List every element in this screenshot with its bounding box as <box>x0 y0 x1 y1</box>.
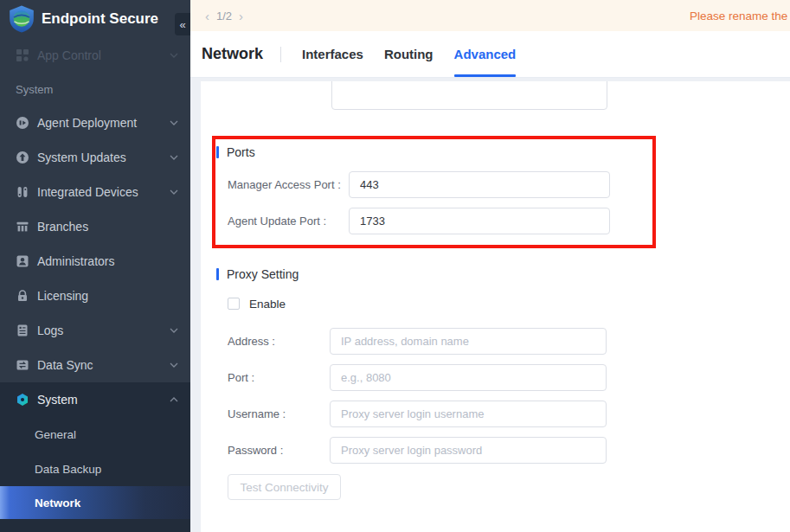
sidebar-item-integrated-devices[interactable]: Integrated Devices <box>0 175 190 209</box>
logs-icon <box>16 324 29 337</box>
sidebar-item-logs[interactable]: Logs <box>0 313 190 348</box>
proxy-enable-label: Enable <box>249 298 286 311</box>
sidebar-item-label: Agent Deployment <box>37 116 137 130</box>
pagination-label: 1/2 <box>216 10 232 22</box>
tab-routing[interactable]: Routing <box>384 31 434 77</box>
chevron-down-icon <box>170 328 178 333</box>
tab-bar: Network Interfaces Routing Advanced <box>190 31 790 78</box>
sidebar-item-label: System <box>37 393 78 407</box>
sidebar-group-system: System General Data Backup Network <box>0 382 190 532</box>
sidebar-item-label: Licensing <box>37 289 88 303</box>
sidebar-item-agent-deployment[interactable]: Agent Deployment <box>0 106 190 140</box>
app-control-icon <box>16 48 29 62</box>
banner-warning-text: Please rename the d <box>690 10 790 22</box>
lock-icon <box>16 289 29 303</box>
section-accent-bar <box>216 146 219 158</box>
page-title: Network <box>202 45 263 63</box>
branches-icon <box>16 220 29 234</box>
notification-banner: ‹ 1/2 › Please rename the d <box>190 0 790 31</box>
administrators-icon <box>16 254 29 268</box>
proxy-username-label: Username : <box>228 401 286 427</box>
sidebar-subitem-data-backup[interactable]: Data Backup <box>0 452 190 486</box>
sidebar-item-data-sync[interactable]: Data Sync <box>0 348 190 382</box>
proxy-password-input[interactable] <box>330 437 607 464</box>
ports-section-heading: Ports <box>216 145 255 159</box>
proxy-password-label: Password : <box>228 437 283 464</box>
chevron-down-icon <box>170 362 178 368</box>
chevron-down-icon <box>170 120 178 125</box>
agent-update-port-input[interactable] <box>349 208 610 234</box>
sidebar-section-label: System <box>0 73 190 106</box>
sidebar-collapse-button[interactable]: « <box>175 13 190 35</box>
manager-access-port-input[interactable] <box>349 171 610 198</box>
sidebar-item-system[interactable]: System <box>0 382 190 417</box>
sidebar: Endpoint Secure « App Control System Age… <box>0 0 190 532</box>
title-divider <box>280 47 281 62</box>
chevron-up-icon <box>170 397 178 402</box>
agent-deployment-icon <box>16 116 29 130</box>
section-accent-bar <box>216 268 219 280</box>
proxy-port-label: Port : <box>228 364 254 391</box>
sidebar-item-label: Administrators <box>37 254 114 268</box>
proxy-address-label: Address : <box>228 328 275 355</box>
system-icon <box>16 393 29 407</box>
sidebar-item-label: App Control <box>37 48 101 62</box>
chevron-down-icon <box>170 189 178 195</box>
section-title: Proxy Setting <box>227 267 299 281</box>
test-connectivity-button[interactable]: Test Connectivity <box>228 474 341 500</box>
sidebar-item-system-updates[interactable]: System Updates <box>0 140 190 175</box>
manager-access-port-label: Manager Access Port : <box>228 171 341 198</box>
integrated-devices-icon <box>16 185 29 199</box>
content-area: Ports Manager Access Port : Agent Update… <box>190 78 790 532</box>
sidebar-item-label: Data Sync <box>37 358 93 372</box>
chevron-down-icon <box>170 53 178 58</box>
data-sync-icon <box>16 358 29 372</box>
sidebar-item-administrators[interactable]: Administrators <box>0 244 190 279</box>
proxy-address-input[interactable] <box>330 328 607 355</box>
pagination-prev-icon[interactable]: ‹ <box>205 10 209 22</box>
chevron-down-icon <box>170 155 178 160</box>
sidebar-item-label: Branches <box>37 220 88 234</box>
sidebar-item-branches[interactable]: Branches <box>0 209 190 244</box>
proxy-section-heading: Proxy Setting <box>216 267 299 281</box>
sidebar-item-licensing[interactable]: Licensing <box>0 279 190 313</box>
sidebar-item-label: System Updates <box>37 151 126 164</box>
app-title: Endpoint Secure <box>42 10 158 28</box>
sidebar-subitem-network[interactable]: Network <box>0 486 190 519</box>
sidebar-subitem-general[interactable]: General <box>0 417 190 452</box>
section-title: Ports <box>227 145 255 159</box>
sidebar-item-app-control[interactable]: App Control <box>0 38 190 73</box>
proxy-port-input[interactable] <box>330 364 607 391</box>
app-window: Endpoint Secure « App Control System Age… <box>0 0 790 532</box>
proxy-username-input[interactable] <box>330 401 607 427</box>
agent-update-port-label: Agent Update Port : <box>228 208 326 234</box>
system-updates-icon <box>16 151 29 164</box>
settings-card: Ports Manager Access Port : Agent Update… <box>201 81 790 532</box>
main-area: ‹ 1/2 › Please rename the d Network Inte… <box>190 0 790 532</box>
pagination: ‹ 1/2 › <box>205 10 243 22</box>
sidebar-item-label: Logs <box>37 324 63 337</box>
proxy-enable-checkbox[interactable] <box>228 298 240 310</box>
pagination-next-icon[interactable]: › <box>239 10 243 22</box>
endpoint-secure-logo-icon <box>7 4 36 34</box>
sidebar-header: Endpoint Secure <box>0 0 190 38</box>
clipped-top-input[interactable] <box>331 81 607 110</box>
tab-interfaces[interactable]: Interfaces <box>302 31 363 77</box>
tab-advanced[interactable]: Advanced <box>454 31 517 77</box>
sidebar-item-label: Integrated Devices <box>37 185 138 199</box>
